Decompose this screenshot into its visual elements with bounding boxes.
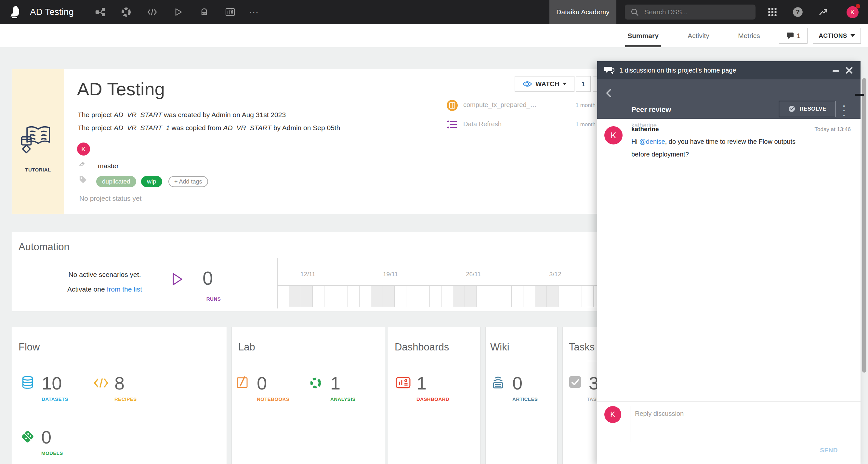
timeline-cell [360, 286, 371, 307]
search-box[interactable] [625, 5, 755, 20]
watch-button[interactable]: WATCH [515, 76, 575, 92]
recipes-stat[interactable]: 8 RECIPES [94, 374, 165, 410]
prepare-recipe-icon [446, 99, 458, 111]
send-button[interactable]: SEND [820, 447, 838, 454]
tutorial-panel: TUTORIAL [12, 69, 64, 214]
articles-stat[interactable]: 0 ARTICLES [492, 374, 563, 410]
back-icon[interactable] [606, 88, 612, 97]
timeline-cells [278, 285, 617, 307]
recent-item-row[interactable]: compute_tx_prepared_… 1 month ago [446, 99, 609, 113]
flow-icon[interactable] [92, 0, 108, 24]
owner-avatar[interactable]: K [77, 143, 90, 155]
tasks-title[interactable]: Tasks [569, 341, 595, 353]
timeline-cell [313, 286, 324, 307]
discussions-toggle-button[interactable]: 1 [779, 28, 808, 44]
stack-icon[interactable] [196, 0, 213, 24]
divider [597, 401, 861, 402]
apps-grid-icon[interactable] [764, 0, 781, 24]
scenario-timeline: 12/11 19/11 26/11 3/12 [277, 258, 622, 309]
tab-summary[interactable]: Summary [625, 24, 661, 47]
project-status-text: No project status yet [79, 195, 142, 202]
reply-box [630, 406, 850, 442]
reply-input[interactable] [630, 406, 850, 442]
more-menu-icon[interactable]: ⋯ [246, 0, 263, 24]
minimize-icon[interactable] [833, 70, 839, 72]
help-icon[interactable]: ? [789, 0, 806, 24]
add-tags-button[interactable]: + Add tags [168, 176, 208, 187]
panel-resize-grip[interactable] [855, 94, 864, 96]
datasets-stat[interactable]: 10 DATASETS [21, 374, 92, 410]
dashboard-nav-icon[interactable] [222, 0, 239, 24]
automation-empty-line1: No active scenarios yet. [41, 271, 168, 279]
jobs-play-icon[interactable] [170, 0, 187, 24]
timeline-cell [278, 286, 289, 307]
runs-count: 0 [203, 269, 213, 288]
reply-avatar: K [604, 406, 621, 423]
trend-arrow-icon[interactable] [815, 0, 832, 24]
recent-item-row[interactable]: Data Refresh 1 month ago [446, 119, 609, 132]
analysis-stat[interactable]: 1 ANALYSIS [309, 374, 381, 410]
timeline-cell [371, 286, 383, 307]
project-name[interactable]: AD Testing [30, 0, 74, 24]
message-timestamp: Today at 13:46 [814, 126, 851, 133]
caret-down-icon [563, 83, 567, 86]
timeline-date-label: 3/12 [544, 271, 567, 278]
timeline-cell [348, 286, 360, 307]
dashboard-stat[interactable]: 1 DASHBOARD [396, 374, 467, 410]
flow-title[interactable]: Flow [19, 341, 40, 353]
message-author[interactable]: katherine [631, 125, 659, 133]
wiki-title[interactable]: Wiki [490, 341, 509, 353]
dss-project-home: AD Testing ⋯ Dataiku Academy ? [0, 0, 868, 464]
dataiku-academy-button[interactable]: Dataiku Academy [550, 0, 616, 24]
timeline-cell [383, 286, 395, 307]
tutorial-book-icon [22, 127, 50, 153]
message-body: Hi @denise, do you have time to review t… [631, 135, 813, 161]
message-avatar: K [604, 126, 623, 144]
timeline-cell [430, 286, 441, 307]
divider [395, 361, 474, 361]
dashboards-title[interactable]: Dashboards [395, 341, 449, 353]
tab-activity[interactable]: Activity [681, 24, 716, 47]
timeline-cell [523, 286, 535, 307]
top-navigation-bar: AD Testing ⋯ Dataiku Academy ? [0, 0, 868, 24]
close-icon[interactable] [845, 67, 853, 74]
notebooks-stat[interactable]: 0 NOTEBOOKS [236, 374, 308, 410]
eye-icon [522, 81, 532, 87]
recipes-code-icon [94, 377, 108, 388]
recipes-icon[interactable] [118, 0, 134, 24]
discussion-panel-header[interactable]: 1 discussion on this project's home page [597, 61, 861, 79]
from-the-list-link[interactable]: from the list [106, 285, 142, 293]
models-stat[interactable]: 0 MODELS [21, 428, 92, 464]
actions-button[interactable]: ACTIONS [813, 28, 861, 44]
lab-title[interactable]: Lab [238, 341, 255, 353]
discussions-icon [604, 66, 615, 75]
project-description-line2: The project AD_VR_START_1 was copied fro… [78, 124, 340, 132]
resolve-check-icon [788, 106, 796, 113]
tasks-checkbox-icon [568, 376, 582, 388]
kebab-menu-icon[interactable]: ... [842, 102, 846, 116]
timeline-cell [453, 286, 465, 307]
timeline-cell [547, 286, 559, 307]
discussion-panel-title: 1 discussion on this project's home page [619, 67, 736, 74]
timeline-cell [512, 286, 523, 307]
project-tabs-row: Summary Activity Metrics 1 ACTIONS [0, 24, 868, 47]
timeline-cell [418, 286, 430, 307]
notification-dot [856, 4, 860, 8]
timeline-cell [324, 286, 336, 307]
watcher-count[interactable]: 1 [576, 76, 591, 92]
branch-name[interactable]: master [98, 162, 119, 170]
mention-link[interactable]: @denise [639, 138, 665, 145]
code-icon[interactable] [144, 0, 161, 24]
articles-icon [492, 376, 504, 389]
resolve-button[interactable]: RESOLVE [779, 101, 836, 117]
timeline-cell [535, 286, 547, 307]
tag-wip[interactable]: wip [141, 176, 162, 187]
discussion-panel: 1 discussion on this project's home page… [597, 61, 861, 464]
tab-metrics[interactable]: Metrics [732, 24, 766, 47]
search-input[interactable] [644, 5, 751, 20]
page-scrollbar[interactable] [862, 78, 866, 373]
timeline-cell [289, 286, 301, 307]
timeline-date-label: 19/11 [379, 271, 402, 278]
dataiku-logo[interactable] [7, 4, 23, 20]
tag-duplicated[interactable]: duplicated [96, 176, 136, 187]
